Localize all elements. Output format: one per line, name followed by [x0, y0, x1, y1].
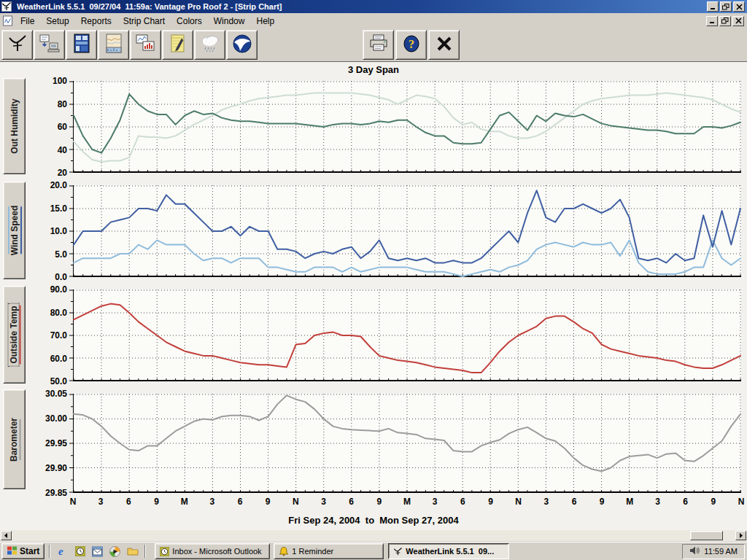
y-tick-label: 70.0 — [50, 330, 67, 341]
restore-button[interactable] — [720, 1, 732, 12]
menu-file[interactable]: File — [15, 15, 40, 27]
precipitation-button[interactable] — [194, 30, 225, 60]
task-label: Inbox - Microsoft Outlook — [172, 547, 261, 556]
x-tick-label: N — [515, 497, 522, 507]
printer-icon — [368, 34, 389, 57]
panel-button-out-humidity[interactable]: Out Humidity — [3, 78, 26, 174]
panel-label: Out Humidity — [9, 98, 20, 153]
outlook-icon[interactable] — [72, 544, 88, 559]
menu-help[interactable]: Help — [250, 15, 280, 27]
y-axis-labels-outside-temp: 90.080.070.060.050.0 — [38, 289, 70, 381]
download-button[interactable] — [34, 30, 65, 60]
noaa-button[interactable] — [226, 30, 258, 60]
strip-chart-document-icon[interactable] — [2, 15, 15, 26]
download-icon — [39, 34, 60, 57]
x-tick-label: N — [738, 497, 745, 507]
menu-colors[interactable]: Colors — [171, 15, 208, 27]
weathervane-icon — [7, 34, 28, 57]
outlook-express-icon[interactable] — [90, 544, 105, 559]
y-tick-label: 60 — [58, 122, 67, 132]
chart-title: 3 Day Span — [0, 64, 747, 75]
task-reminder[interactable]: 1 Reminder — [274, 543, 384, 559]
panel-button-barometer[interactable]: Barometer — [3, 389, 26, 489]
outlook-icon — [160, 547, 169, 556]
close-x-icon — [434, 34, 454, 57]
notes-button[interactable] — [162, 30, 193, 60]
plot-wind-speed — [73, 185, 741, 277]
menu-window[interactable]: Window — [208, 15, 251, 27]
weathervane-icon — [393, 547, 403, 556]
x-tick-label: N — [70, 497, 77, 507]
weather-station-button[interactable] — [1, 30, 33, 60]
menu-strip-chart[interactable]: Strip Chart — [117, 15, 171, 27]
menu-reports[interactable]: Reports — [75, 15, 117, 27]
internet-explorer-icon[interactable]: e — [55, 544, 70, 559]
y-tick-label: 30.00 — [45, 413, 67, 424]
x-tick-label: 3 — [433, 497, 438, 507]
child-close-button[interactable] — [732, 16, 744, 26]
scroll-right-button[interactable] — [735, 531, 746, 540]
y-tick-label: 5.0 — [55, 249, 67, 260]
bulletin-button[interactable] — [66, 30, 97, 60]
task-weatherlink[interactable]: WeatherLink 5.5.1 09... — [388, 543, 509, 559]
x-tick-label: 3 — [543, 497, 549, 507]
start-label: Start — [20, 546, 39, 556]
strip-chart-icon — [104, 34, 124, 57]
task-inbox-outlook[interactable]: Inbox - Microsoft Outlook — [155, 543, 270, 559]
bulletin-icon — [71, 34, 92, 57]
x-tick-label: 9 — [711, 497, 716, 507]
x-tick-label: 3 — [98, 497, 104, 507]
x-tick-label: M — [181, 497, 188, 507]
x-tick-label: 9 — [488, 497, 493, 507]
taskbar-separator — [144, 545, 146, 558]
x-tick-label: 6 — [349, 497, 354, 507]
x-tick-label: 3 — [655, 497, 660, 507]
y-axis-labels-barometer: 30.0530.0029.9529.9029.85 — [38, 394, 70, 493]
menu-items: FileSetupReportsStrip ChartColorsWindowH… — [15, 15, 706, 27]
x-tick-label: 6 — [572, 497, 577, 507]
plot-out-humidity — [73, 81, 741, 173]
child-restore-button[interactable] — [719, 16, 731, 26]
scrollbar-thumb[interactable] — [690, 531, 723, 540]
x-tick-label: M — [626, 497, 633, 507]
x-tick-label: 9 — [266, 497, 271, 507]
y-tick-label: 50.0 — [50, 376, 67, 386]
start-button[interactable]: Start — [1, 543, 44, 559]
scroll-left-button[interactable] — [1, 531, 12, 540]
strip-chart-button[interactable] — [98, 30, 129, 60]
folder-icon[interactable] — [125, 544, 140, 559]
menu-setup[interactable]: Setup — [40, 15, 74, 27]
help-icon: ? — [401, 34, 422, 57]
svg-text:e: e — [58, 545, 63, 557]
strip-chart-area: 3 Day Span Out Humidity 10080604020 Wind… — [0, 62, 747, 530]
close-button[interactable] — [733, 1, 745, 12]
taskbar-separator — [49, 545, 50, 558]
panel-button-outside-temp[interactable]: Outside Temp — [3, 286, 26, 384]
window-title: WeatherLink 5.5.1 09/27/04 11:59a: Vanta… — [17, 2, 707, 11]
window-titlebar: WeatherLink 5.5.1 09/27/04 11:59a: Vanta… — [0, 0, 747, 13]
child-minimize-button[interactable] — [706, 16, 718, 26]
close-window-button[interactable] — [428, 30, 460, 60]
volume-icon[interactable] — [689, 545, 700, 557]
minimize-button[interactable] — [707, 1, 719, 12]
noaa-icon — [232, 34, 252, 57]
y-tick-label: 100 — [53, 76, 67, 86]
panel-button-wind-speed[interactable]: Wind Speed — [3, 182, 26, 279]
y-tick-label: 20.0 — [50, 180, 67, 190]
svg-text:?: ? — [409, 37, 414, 50]
plot-button[interactable] — [130, 30, 161, 60]
menu-bar: FileSetupReportsStrip ChartColorsWindowH… — [0, 13, 747, 28]
horizontal-scrollbar[interactable] — [0, 530, 747, 541]
plot-outside-temp — [73, 289, 741, 381]
reminder-bell-icon — [279, 546, 289, 556]
system-tray: 11:59 AM — [682, 544, 745, 559]
x-tick-label: 9 — [376, 497, 382, 507]
help-button[interactable]: ? — [395, 30, 427, 60]
toolbar: ? — [0, 28, 747, 62]
panel-label: Wind Speed — [9, 206, 20, 256]
task-label: 1 Reminder — [292, 547, 333, 556]
y-tick-label: 20 — [58, 168, 67, 178]
y-tick-label: 15.0 — [50, 203, 67, 214]
print-button[interactable] — [363, 30, 394, 60]
media-player-icon[interactable] — [107, 544, 123, 559]
